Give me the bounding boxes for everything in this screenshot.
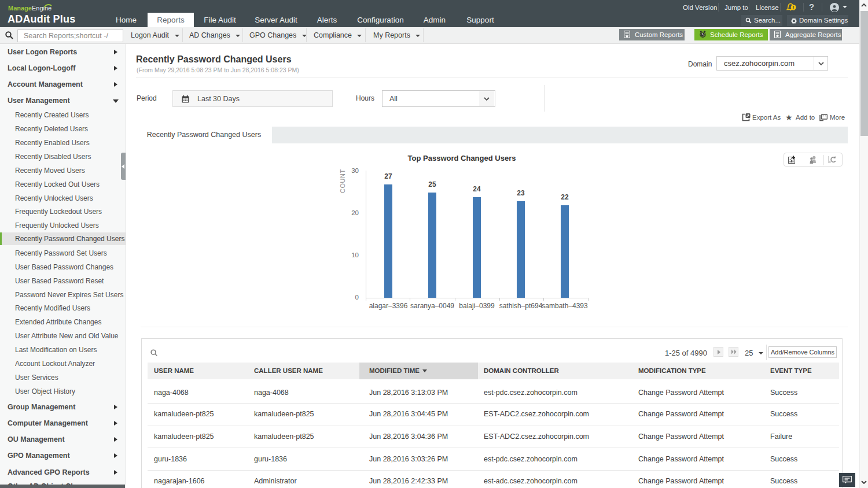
svg-text:!: ! bbox=[793, 5, 795, 10]
